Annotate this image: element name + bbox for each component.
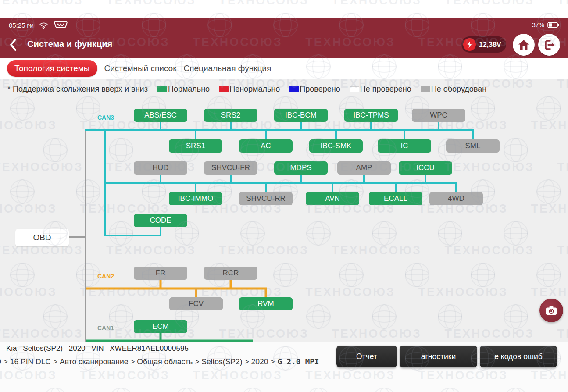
legend-color-swatch	[219, 86, 229, 92]
legend-item-label: Не проверено	[360, 85, 411, 94]
module-node-ecm[interactable]: ECM	[134, 320, 187, 333]
battery-icon	[547, 22, 559, 28]
battery-voltage-pill[interactable]: 12,38V	[461, 36, 506, 53]
tab-special-function[interactable]: Специальная функция	[184, 64, 271, 73]
bus-label-can3: CAN3	[97, 114, 114, 121]
module-node-avn[interactable]: AVN	[306, 192, 359, 205]
breadcrumb: 0 > 16 PIN DLC > Авто сканирование > Общ…	[0, 357, 319, 367]
legend-color-swatch	[289, 86, 299, 92]
report-button[interactable]: Отчет	[336, 346, 397, 367]
module-node-ecall[interactable]: ECALL	[369, 192, 422, 205]
module-node-shvcu-fr[interactable]: SHVCU-FR	[204, 161, 257, 175]
legend-color-swatch	[350, 86, 359, 92]
footer-panel: Kia Seltos(SP2) 2020 VIN XWEER81AEL00005…	[0, 342, 568, 392]
module-node-code[interactable]: CODE	[134, 214, 187, 227]
module-node-rvm[interactable]: RVM	[239, 297, 293, 310]
module-node-ibc-bcm[interactable]: IBC-BCM	[274, 109, 328, 122]
module-node-sml[interactable]: SML	[446, 139, 500, 153]
topology-canvas[interactable]: ABS/ESCSRS2IBC-BCMIBC-TPMSWPCSRS1ACIBC-S…	[0, 79, 568, 342]
tab-system-topology[interactable]: Топология системы	[7, 60, 97, 77]
legend-item: Ненормально	[219, 85, 280, 94]
legend-item-label: Ненормально	[229, 85, 280, 94]
module-node-amp[interactable]: AMP	[337, 161, 391, 175]
module-node-4wd[interactable]: 4WD	[429, 192, 483, 205]
home-icon	[518, 39, 529, 50]
home-button[interactable]	[513, 34, 535, 56]
diagnostics-button[interactable]: агностики	[400, 346, 477, 367]
module-node-fr[interactable]: FR	[134, 267, 187, 280]
camera-icon	[546, 306, 557, 315]
module-node-ac[interactable]: AC	[239, 139, 293, 153]
module-node-srs2[interactable]: SRS2	[204, 109, 257, 122]
exit-button[interactable]	[538, 34, 560, 56]
legend-items: НормальноНенормальноПровереноНе проверен…	[157, 85, 496, 94]
module-node-srs1[interactable]: SRS1	[169, 139, 222, 153]
app-header: Система и функция 12,38V	[0, 32, 568, 58]
clock-time: 05:25	[9, 21, 25, 29]
voltage-value: 12,38V	[479, 41, 501, 49]
module-node-shvcu-rr[interactable]: SHVCU-RR	[239, 192, 293, 205]
bus-label-can2: CAN2	[97, 273, 114, 280]
tab-system-list[interactable]: Системный список	[104, 64, 177, 73]
exit-icon	[544, 39, 555, 50]
module-node-hud[interactable]: HUD	[134, 161, 187, 175]
breadcrumb-path: 0 > 16 PIN DLC > Авто сканирование > Общ…	[0, 357, 275, 366]
module-node-mdps[interactable]: MDPS	[274, 161, 328, 175]
module-node-ibc-tpms[interactable]: IBC-TPMS	[344, 109, 398, 122]
module-node-ibc-smk[interactable]: IBC-SMK	[309, 139, 363, 153]
legend-color-swatch	[421, 86, 430, 92]
legend-color-swatch	[157, 86, 167, 92]
module-node-wpc[interactable]: WPC	[412, 109, 465, 122]
module-node-ibc-immo[interactable]: IBC-IMMO	[169, 192, 222, 205]
read-dtc-button[interactable]: е кодов ошиб	[480, 346, 557, 367]
vehicle-info: Kia Seltos(SP2) 2020 VIN XWEER81AEL00005…	[6, 344, 189, 353]
battery-percent: 37%	[532, 21, 544, 29]
obd-connector-icon	[54, 21, 68, 29]
module-node-fcv[interactable]: FCV	[169, 297, 223, 310]
legend-item-label: Не оборудован	[431, 85, 486, 94]
back-button[interactable]	[9, 38, 18, 51]
legend-item: Нормально	[157, 85, 210, 94]
wifi-icon	[39, 21, 48, 29]
clock-meridiem: PM	[27, 24, 34, 29]
legend: * Поддержка скольжения вверх и вниз Норм…	[7, 85, 496, 94]
legend-item: Не оборудован	[421, 85, 486, 94]
lightning-icon	[463, 38, 476, 51]
diagnostic-app-screen: 05:25 PM 37%	[0, 0, 568, 392]
page-title: Система и функция	[27, 39, 112, 49]
obd-node: OBD	[15, 229, 69, 246]
module-node-abs-esc[interactable]: ABS/ESC	[134, 109, 187, 122]
screenshot-camera-button[interactable]	[539, 299, 563, 322]
module-node-iccu[interactable]: ICCU	[399, 161, 452, 175]
breadcrumb-engine: G 2.0 MPI	[275, 357, 319, 366]
watermark-text-row: ТЕХНОСОЮЗ ТЕХНОСОЮЗ ТЕХНОСОЮЗ ТЕХНОСОЮЗ …	[0, 0, 568, 7]
legend-item: Не проверено	[350, 85, 411, 94]
legend-scroll-note: * Поддержка скольжения вверх и вниз	[7, 85, 148, 94]
tab-strip: Топология системы Системный список Специ…	[0, 58, 568, 79]
legend-item: Проверено	[289, 85, 340, 94]
legend-item-label: Проверено	[300, 85, 340, 94]
module-node-ic[interactable]: IC	[378, 139, 431, 153]
legend-item-label: Нормально	[168, 85, 210, 94]
status-bar: 05:25 PM 37%	[0, 18, 568, 32]
module-node-rcr[interactable]: RCR	[204, 267, 257, 280]
bus-label-can1: CAN1	[97, 324, 114, 331]
